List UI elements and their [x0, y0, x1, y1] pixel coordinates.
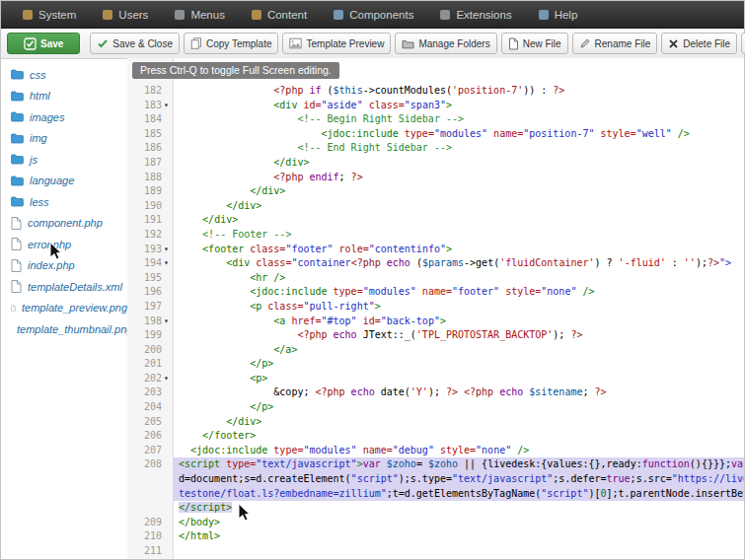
menu-help[interactable]: Help — [539, 9, 578, 21]
line-number[interactable]: 199 — [127, 328, 173, 343]
file-templateDetails.xml[interactable]: templateDetails.xml — [1, 276, 127, 298]
template-preview-button[interactable]: Template Preview — [282, 33, 391, 54]
code-line[interactable]: 182 <?php if ($this->countModules('posit… — [127, 84, 744, 99]
file-error.php[interactable]: error.php — [1, 234, 127, 255]
copy-template-button[interactable]: Copy Template — [184, 33, 279, 54]
code-line[interactable]: 199 <?php echo JText::_('TPL_PROTOSTAR_B… — [127, 328, 744, 343]
line-number[interactable]: 205 — [127, 415, 173, 430]
code-line[interactable]: 190 </div> — [127, 199, 744, 214]
line-number[interactable]: 200 — [127, 343, 173, 358]
fold-arrow-icon[interactable]: ▾ — [162, 256, 173, 271]
line-number[interactable]: 195 — [127, 271, 173, 286]
line-number[interactable]: 210 — [127, 529, 173, 544]
line-number[interactable]: 208 — [127, 457, 173, 472]
code-line[interactable]: </script> — [127, 501, 744, 516]
line-number[interactable]: 206 — [127, 429, 173, 444]
line-number[interactable]: 194▾ — [127, 256, 173, 271]
code-line[interactable]: 197 <p class="pull-right"> — [127, 300, 744, 315]
folder-less[interactable]: less — [1, 191, 127, 213]
file-template_preview.png[interactable]: template_preview.png — [1, 298, 127, 319]
code-line[interactable]: 184 <!-- Begin Right Sidebar --> — [127, 112, 744, 127]
folder-images[interactable]: images — [1, 106, 127, 128]
line-number[interactable] — [127, 501, 173, 516]
code-line[interactable]: 206 </footer> — [127, 429, 744, 444]
line-number[interactable]: 187 — [127, 156, 173, 171]
code-line[interactable]: 203 &copy; <?php echo date('Y'); ?> <?ph… — [127, 385, 744, 400]
line-number[interactable]: 191 — [127, 213, 173, 228]
code-line[interactable]: 209</body> — [127, 516, 744, 530]
code-line[interactable]: 192 <!-- Footer --> — [127, 228, 744, 243]
code-line[interactable]: 194▾ <div class="container<?php echo ($p… — [127, 256, 744, 271]
delete-file-button[interactable]: Delete File — [661, 33, 737, 54]
code-line[interactable]: 191 </div> — [127, 213, 744, 228]
line-number[interactable]: 204 — [127, 400, 173, 415]
close-file-button[interactable]: Close File — [741, 33, 745, 54]
folder-js[interactable]: js — [1, 149, 127, 171]
folder-img[interactable]: img — [1, 128, 127, 150]
code-line[interactable]: 204 </p> — [127, 400, 744, 415]
file-index.php[interactable]: index.php — [1, 255, 127, 277]
line-number[interactable]: 209 — [127, 516, 173, 530]
code-line[interactable]: 200 </a> — [127, 343, 744, 358]
fold-arrow-icon[interactable]: ▾ — [162, 243, 173, 257]
save-button[interactable]: Save — [7, 33, 80, 54]
folder-language[interactable]: language — [1, 171, 127, 192]
manage-folders-button[interactable]: Manage Folders — [395, 33, 496, 54]
code-line[interactable]: d=document;s=d.createElement("script");s… — [127, 472, 744, 487]
folder-css[interactable]: css — [1, 64, 127, 86]
code-line[interactable]: 198▾ <a href="#top" id="back-top"> — [127, 315, 744, 329]
line-number[interactable]: 198▾ — [127, 315, 173, 329]
line-number[interactable]: 183▾ — [127, 99, 173, 113]
line-number[interactable]: 185 — [127, 127, 173, 142]
fold-arrow-icon[interactable]: ▾ — [162, 372, 173, 386]
file-component.php[interactable]: component.php — [1, 213, 127, 235]
line-number[interactable] — [127, 472, 173, 487]
fold-arrow-icon[interactable]: ▾ — [162, 315, 173, 329]
menu-menus[interactable]: Menus — [175, 9, 225, 21]
line-number[interactable]: 182 — [127, 84, 173, 99]
code-line[interactable]: testone/float.ls?embedname=zillium";t=d.… — [127, 487, 744, 502]
code-line[interactable]: 205 </div> — [127, 415, 744, 430]
line-number[interactable]: 211 — [127, 544, 173, 559]
line-number[interactable]: 193▾ — [127, 243, 173, 257]
code-line[interactable]: 207 <jdoc:include type="modules" name="d… — [127, 444, 744, 458]
line-number[interactable]: 203 — [127, 385, 173, 400]
line-number[interactable]: 184 — [127, 112, 173, 127]
rename-file-button[interactable]: Rename File — [572, 33, 658, 54]
code-line[interactable]: 183▾ <div id="aside" class="span3"> — [127, 99, 744, 113]
line-number[interactable]: 201 — [127, 357, 173, 372]
code-line[interactable]: 193▾ <footer class="footer" role="conten… — [127, 243, 744, 257]
code-editor[interactable]: Press Ctrl-Q to toggle Full Screen editi… — [127, 58, 744, 559]
menu-content[interactable]: Content — [252, 9, 307, 21]
code-line[interactable]: 201 </p> — [127, 357, 744, 372]
line-number[interactable]: 192 — [127, 228, 173, 243]
line-number[interactable]: 207 — [127, 444, 173, 458]
code-line[interactable]: 210</html> — [127, 529, 744, 544]
line-number[interactable]: 186 — [127, 141, 173, 156]
code-line[interactable]: 202▾ <p> — [127, 372, 744, 386]
menu-users[interactable]: Users — [103, 9, 148, 21]
menu-system[interactable]: System — [23, 9, 76, 21]
line-number[interactable]: 189 — [127, 184, 173, 199]
line-number[interactable]: 197 — [127, 300, 173, 315]
code-line[interactable]: 186 <!-- End Right Sidebar --> — [127, 141, 744, 156]
code-line[interactable]: 187 </div> — [127, 156, 744, 171]
code-line[interactable]: 195 <hr /> — [127, 271, 744, 286]
menu-extensions[interactable]: Extensions — [440, 9, 511, 21]
line-number[interactable]: 188 — [127, 171, 173, 185]
line-number[interactable]: 190 — [127, 199, 173, 214]
code-line[interactable]: 211 — [127, 544, 744, 559]
save-close-button[interactable]: Save & Close — [90, 33, 180, 54]
line-number[interactable]: 196 — [127, 285, 173, 300]
code-line[interactable]: 185 <jdoc:include type="modules" name="p… — [127, 127, 744, 142]
file-template_thumbnail.png[interactable]: template_thumbnail.png — [1, 318, 127, 340]
line-number[interactable] — [127, 487, 173, 502]
fold-arrow-icon[interactable]: ▾ — [162, 99, 173, 113]
code-line[interactable]: 208<script type="text/javascript">var $z… — [127, 457, 744, 472]
code-line[interactable]: 189 </div> — [127, 184, 744, 199]
line-number[interactable]: 202▾ — [127, 372, 173, 386]
folder-html[interactable]: html — [1, 86, 127, 107]
code-line[interactable]: 196 <jdoc:include type="modules" name="f… — [127, 285, 744, 300]
menu-components[interactable]: Components — [334, 9, 413, 21]
new-file-button[interactable]: New File — [501, 33, 568, 54]
